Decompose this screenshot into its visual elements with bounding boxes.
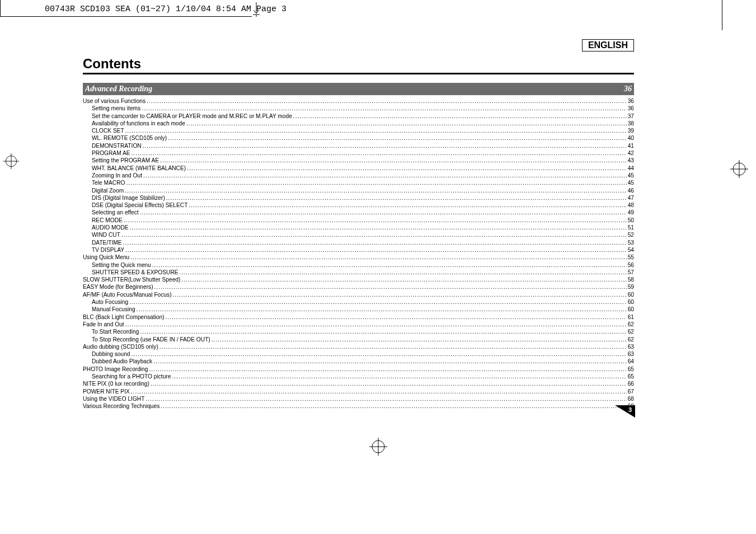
toc-dots xyxy=(132,149,627,157)
toc-section-bar: Advanced Recording 36 xyxy=(83,83,634,95)
toc-dots xyxy=(142,105,626,112)
toc-row: Selecting an effect 49 xyxy=(83,209,634,216)
toc-label: WL. REMOTE (SCD105 only) xyxy=(92,134,167,142)
toc-label: Selecting an effect xyxy=(92,209,139,216)
toc-page: 61 xyxy=(628,313,634,321)
toc-section-title: Advanced Recording xyxy=(85,85,152,93)
toc-dots xyxy=(124,217,627,224)
toc-label: DIS (Digital Image Stabilizer) xyxy=(92,194,165,202)
toc-dots xyxy=(125,321,627,328)
toc-label: Availability of functions in each mode xyxy=(92,120,185,127)
toc-page: 45 xyxy=(628,172,634,179)
toc-label: SHUTTER SPEED & EXPOSURE xyxy=(92,269,179,276)
toc-row: DIS (Digital Image Stabilizer) 47 xyxy=(83,194,634,202)
toc-list: Use of various Functions 36Setting menu … xyxy=(83,97,634,410)
toc-label: PHOTO Image Recording xyxy=(83,366,148,373)
toc-page: 38 xyxy=(628,120,634,127)
registration-mark-icon xyxy=(369,438,387,456)
toc-dots xyxy=(166,313,627,321)
toc-label: REC MODE xyxy=(92,217,123,224)
toc-page: 62 xyxy=(628,328,634,335)
registration-mark-icon xyxy=(730,160,748,178)
toc-label: Fade In and Out xyxy=(83,321,124,328)
toc-page: 36 xyxy=(628,105,634,112)
toc-dots xyxy=(143,142,627,149)
toc-page: 59 xyxy=(628,283,634,291)
toc-label: DEMONSTRATION xyxy=(92,142,142,149)
svg-marker-10 xyxy=(615,405,635,418)
toc-row: DSE (Digital Special Effects) SELECT 48 xyxy=(83,202,634,209)
toc-dots xyxy=(149,366,626,373)
toc-row: TV DISPLAY 54 xyxy=(83,246,634,254)
toc-dots xyxy=(125,246,627,254)
toc-page: 51 xyxy=(628,224,634,231)
toc-label: EASY Mode (for Beginners) xyxy=(83,283,153,291)
toc-row: Availability of functions in each mode 3… xyxy=(83,120,634,127)
toc-row: Dubbing sound 63 xyxy=(83,350,634,358)
toc-label: Setting the PROGRAM AE xyxy=(92,157,159,164)
toc-label: DSE (Digital Special Effects) SELECT xyxy=(92,202,187,209)
toc-label: Using Quick Menu xyxy=(83,254,129,261)
toc-label: To Start Recording xyxy=(92,328,139,335)
page-corner-triangle xyxy=(615,405,635,418)
toc-page: 36 xyxy=(628,97,634,105)
toc-row: EASY Mode (for Beginners) 59 xyxy=(83,283,634,291)
toc-dots xyxy=(166,194,627,202)
toc-dots xyxy=(212,336,627,343)
toc-label: AUDIO MODE xyxy=(92,224,129,231)
toc-dots xyxy=(154,283,627,291)
toc-dots xyxy=(125,127,627,134)
toc-page: 49 xyxy=(628,209,634,216)
toc-row: BLC (Back Light Compensation) 61 xyxy=(83,313,634,321)
toc-row: To Start Recording 62 xyxy=(83,328,634,335)
toc-dots xyxy=(180,269,627,276)
contents-heading: Contents xyxy=(83,56,141,72)
toc-page: 44 xyxy=(628,165,634,172)
toc-row: SHUTTER SPEED & EXPOSURE 57 xyxy=(83,269,634,276)
toc-row: WIND CUT 52 xyxy=(83,231,634,238)
toc-page: 63 xyxy=(628,350,634,358)
toc-dots xyxy=(160,157,627,164)
toc-dots xyxy=(152,261,627,269)
toc-row: Using the VIDEO LIGHT 68 xyxy=(83,395,634,402)
toc-dots xyxy=(132,350,627,358)
toc-label: Set the camcorder to CAMERA or PLAYER mo… xyxy=(92,113,292,120)
toc-dots xyxy=(187,165,627,172)
toc-label: Zooming In and Out xyxy=(92,172,142,179)
toc-page: 55 xyxy=(628,254,634,261)
toc-row: Searching for a PHOTO picture 65 xyxy=(83,373,634,380)
toc-dots xyxy=(140,209,627,216)
toc-label: BLC (Back Light Compensation) xyxy=(83,313,165,321)
toc-dots xyxy=(130,254,626,261)
toc-page: 39 xyxy=(628,127,634,134)
toc-row: Zooming In and Out 45 xyxy=(83,172,634,179)
toc-row: SLOW SHUTTER(Low Shutter Speed) 58 xyxy=(83,276,634,283)
toc-label: TV DISPLAY xyxy=(92,246,124,254)
toc-dots xyxy=(145,395,626,402)
toc-row: AF/MF (Auto Focus/Manual Focus) 60 xyxy=(83,291,634,298)
toc-page: 66 xyxy=(628,380,634,387)
toc-label: Setting the Quick menu xyxy=(92,261,151,269)
toc-dots xyxy=(140,328,626,335)
toc-label: POWER NITE PIX xyxy=(83,388,130,395)
toc-row: Set the camcorder to CAMERA or PLAYER mo… xyxy=(83,113,634,120)
toc-dots xyxy=(147,97,627,105)
toc-label: NITE PIX (0 lux recording) xyxy=(83,380,149,387)
toc-page: 65 xyxy=(628,366,634,373)
toc-dots xyxy=(181,276,626,283)
toc-dots xyxy=(125,187,626,194)
toc-page: 48 xyxy=(628,202,634,209)
toc-label: DATE/TIME xyxy=(92,239,122,246)
toc-section-page: 36 xyxy=(624,85,632,93)
toc-page: 46 xyxy=(628,187,634,194)
toc-label: Audio dubbing (SCD105 only) xyxy=(83,343,158,350)
toc-row: Use of various Functions 36 xyxy=(83,97,634,105)
toc-row: DATE/TIME 53 xyxy=(83,239,634,246)
toc-dots xyxy=(159,343,627,350)
toc-row: Audio dubbing (SCD105 only) 63 xyxy=(83,343,634,350)
toc-page: 58 xyxy=(628,276,634,283)
toc-row: WL. REMOTE (SCD105 only) 40 xyxy=(83,134,634,142)
toc-page: 67 xyxy=(628,388,634,395)
toc-dots xyxy=(131,388,627,395)
toc-page: 52 xyxy=(628,231,634,238)
